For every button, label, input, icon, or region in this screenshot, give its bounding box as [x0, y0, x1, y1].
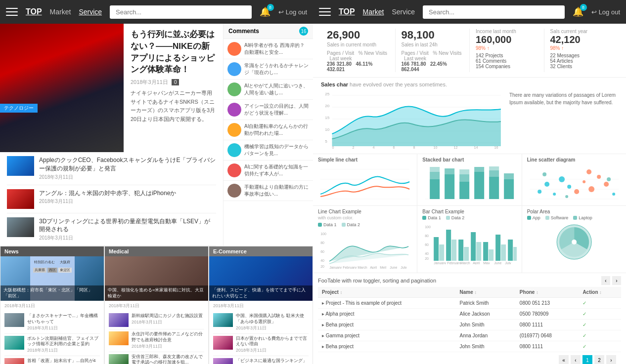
svg-point-48	[582, 180, 585, 183]
cat-medical: Medical 中国、核強化を進める=米家最初範に対抗、大豆輸避か 2018年3…	[104, 246, 209, 364]
right-bell-icon[interactable]: 🔔 8	[573, 6, 583, 17]
avatar-6	[227, 143, 241, 157]
left-logout-button[interactable]: ↩ Log out	[278, 8, 307, 16]
svg-rect-78	[458, 240, 463, 261]
cell-name-1: Patrick Smith	[455, 298, 515, 309]
col-name[interactable]: Name ↕	[455, 287, 515, 298]
svg-rect-38	[504, 173, 514, 179]
svg-text:14: 14	[474, 146, 478, 149]
cell-phone-1: 0800 051 213	[516, 298, 579, 309]
svg-rect-85	[501, 244, 506, 261]
col-phone[interactable]: Phone ↕	[516, 287, 579, 298]
cell-project-1: ▸ Project - This is example of project	[318, 298, 455, 309]
page-next[interactable]: ›	[606, 355, 616, 364]
page-2[interactable]: 2	[594, 355, 604, 364]
medium-bar-svg: 100 80 60 40 20	[422, 222, 516, 264]
svg-rect-79	[464, 247, 469, 261]
right-nav-logo[interactable]: TOP	[339, 7, 355, 16]
small-line-title: Simple line chart	[318, 157, 412, 162]
svg-rect-31	[459, 169, 469, 174]
hero-content: もう行列に並ぶ必要はない？——NIKEの新アプリによるショッピング体験革命！ 2…	[124, 24, 223, 152]
news-thumb-2	[7, 189, 34, 209]
cat-medical-header: Medical	[105, 246, 208, 256]
comment-3: AIとやがて人間に追いつき、人間を追い越し...	[224, 80, 313, 100]
right-nav-market[interactable]: Market	[363, 8, 384, 16]
svg-text:April: April	[370, 266, 377, 269]
svg-text:60: 60	[320, 250, 324, 253]
polar-svg	[527, 222, 621, 262]
cat-medical-overlay: 中国、核強化を進める=米家最初範に対抗、大豆輸避か	[105, 285, 208, 301]
cat-news-item-3: 首相「改憲」始末出す」...自民が4項目の憲法案2018年3月11日	[4, 356, 100, 364]
avatar-5	[227, 123, 241, 137]
svg-text:2: 2	[353, 146, 355, 149]
col-project[interactable]: Project ↕	[318, 287, 455, 298]
news-item-3: 3Dプリンティングによる世界初の量産型電気自動車「LSEV」が開発される2018…	[7, 213, 216, 246]
cell-phone-3: 0800 1111	[516, 320, 579, 330]
news-thumb-3	[7, 217, 34, 237]
medium-polar-title: Polar Area	[527, 209, 621, 214]
main-area-chart: 25 20 15 10 5 0 2 4	[321, 89, 503, 149]
right-search-input[interactable]	[423, 5, 565, 19]
stat-sales-month: 26,900 Sales in current month Pages / Vi…	[321, 29, 396, 72]
hero-image: テクノロジー	[0, 24, 124, 152]
left-nav-logo[interactable]: TOP	[26, 7, 42, 16]
stat-label-1: Sales in current month	[327, 42, 389, 47]
simple-line-svg	[318, 164, 412, 202]
main-chart-section: Sales char have evolved over the years s…	[313, 78, 626, 154]
svg-text:8: 8	[413, 146, 415, 149]
svg-text:20: 20	[325, 104, 330, 108]
left-bell-icon[interactable]: 🔔 8	[260, 6, 270, 17]
stat-sales-24h: 98,100 Sales in last 24h Pages / Visit %…	[396, 29, 470, 72]
col-action[interactable]: Action ↕	[579, 287, 621, 298]
avatar-2	[227, 62, 241, 76]
hero-num: 0	[172, 79, 179, 85]
avatar-3	[227, 82, 241, 96]
svg-text:25: 25	[325, 92, 330, 96]
svg-text:40: 40	[320, 259, 324, 262]
news-thumb-1	[7, 156, 34, 176]
cell-project-5: ▸ Beha project	[318, 341, 455, 352]
table-title: FooTable with row toggler, sorting and p…	[318, 276, 621, 285]
stacked-bar-svg	[422, 164, 516, 202]
category-grid: News 特別区の名む大阪府 兵庫県 西区 東淀区 大阪都構想：府市長「東区・北…	[0, 246, 313, 364]
svg-rect-86	[508, 240, 513, 261]
svg-text:80: 80	[425, 234, 429, 238]
right-logout-button[interactable]: ↩ Log out	[591, 8, 620, 16]
right-menu-icon[interactable]	[319, 8, 331, 16]
scatter-svg	[527, 164, 621, 202]
page-first[interactable]: «	[559, 355, 569, 364]
medium-line-chart: Line Chart Example with custom color. Da…	[313, 206, 417, 273]
avatar-7	[227, 163, 241, 177]
svg-text:6: 6	[393, 146, 395, 149]
left-nav-service[interactable]: Service	[79, 8, 102, 16]
table-nav-prev[interactable]: ‹	[601, 276, 610, 285]
hero-news-list: AppleのクックCEO、FacebookスキャンダルをうけE「プライバシー保護…	[0, 152, 223, 246]
news-title-1: AppleのクックCEO、FacebookスキャンダルをうけE「プライバシー保護…	[39, 156, 216, 173]
cell-phone-5: 0800 1111	[516, 341, 579, 352]
cat-medical-item-2: 永住許可の要件帰めアニメなどの分野でも政府検討合意2018年3月11日	[109, 329, 204, 352]
data-table: Project ↕ Name ↕ Phone ↕ Action ↕ ▸ Proj…	[318, 287, 621, 352]
table-nav: ‹ ›	[601, 276, 621, 285]
table-row: ▸ Beha project John Smith 0800 1111 ✓	[318, 341, 621, 352]
svg-text:June: June	[390, 266, 397, 269]
svg-rect-29	[459, 182, 469, 199]
left-search-input[interactable]	[110, 5, 252, 19]
svg-rect-83	[489, 249, 493, 261]
cat-news-img: 特別区の名む大阪府 兵庫県 西区 東淀区 大阪都構想：府市長「東区・北区」「同区…	[0, 256, 104, 301]
cat-news-header: News	[0, 246, 104, 256]
right-nav-service[interactable]: Service	[392, 8, 415, 16]
svg-point-96	[572, 240, 577, 244]
comments-header: Comments 16	[224, 24, 313, 39]
svg-text:20: 20	[425, 257, 429, 260]
page-prev[interactable]: ‹	[571, 355, 581, 364]
menu-icon[interactable]	[6, 8, 18, 16]
svg-rect-75	[439, 244, 444, 261]
table-row: ▸ Alpha project Alice Jackson 0500 78090…	[318, 309, 621, 320]
medium-polar-chart: Polar Area App Software Laptop	[522, 206, 626, 273]
left-top-section: テクノロジー もう行列に並ぶ必要はない？——NIKEの新アプリによるショッピング…	[0, 24, 313, 246]
table-nav-next[interactable]: ›	[612, 276, 621, 285]
svg-text:March: March	[460, 261, 470, 264]
svg-point-50	[597, 175, 601, 179]
left-nav-market[interactable]: Market	[50, 8, 71, 16]
page-1[interactable]: 1	[582, 355, 592, 364]
